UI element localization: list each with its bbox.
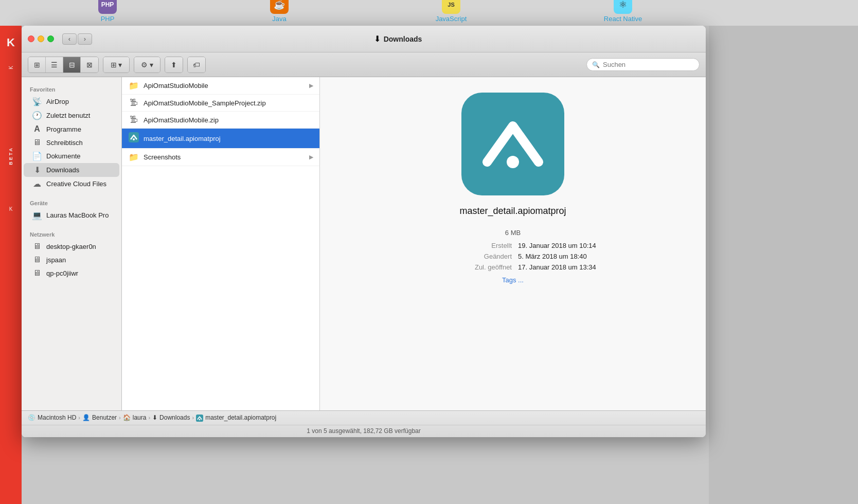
arrange-btn[interactable]: ⊞ ▾ xyxy=(103,57,129,73)
file-name-screenshots: Screenshots xyxy=(144,153,305,161)
sidebar-label-apps: Programme xyxy=(46,125,81,133)
zip-icon-2: 🗜 xyxy=(128,115,139,124)
sidebar-item-recents[interactable]: 🕐 Zuletzt benutzt xyxy=(24,109,119,122)
view-gallery-btn[interactable]: ⊠ xyxy=(81,57,98,73)
top-bar-java[interactable]: ☕ Java xyxy=(228,0,331,23)
sidebar-item-documents[interactable]: 📄 Dokumente xyxy=(24,149,119,163)
file-item-api-zip[interactable]: 🗜 ApiOmatStudioMobile.zip xyxy=(122,112,319,129)
sidebar-item-airdrop[interactable]: 📡 AirDrop xyxy=(24,95,119,109)
file-item-screenshots[interactable]: 📁 Screenshots ▶ xyxy=(122,149,319,166)
minimize-button[interactable] xyxy=(38,35,44,42)
network-desktop-icon: 🖥 xyxy=(32,242,42,251)
file-item-api-folder[interactable]: 📁 ApiOmatStudioMobile ▶ xyxy=(122,77,319,95)
sidebar-label-documents: Dokumente xyxy=(46,152,80,160)
breadcrumb-master-detail[interactable]: master_detail.apiomatproj xyxy=(196,414,276,422)
background-right xyxy=(709,26,858,504)
top-bar-php[interactable]: PHP PHP xyxy=(56,0,159,23)
sidebar-section-geraete: Geräte xyxy=(22,196,121,208)
view-list-btn[interactable]: ☰ xyxy=(46,57,63,73)
master-detail-bc-icon xyxy=(196,414,203,422)
close-button[interactable] xyxy=(28,35,34,42)
view-column-btn[interactable]: ⊟ xyxy=(63,57,81,73)
sidebar-section-favoriten: Favoriten xyxy=(22,82,121,95)
preview-app-icon-svg xyxy=(479,116,546,172)
arrange-group: ⊞ ▾ xyxy=(103,57,130,73)
file-name-master-detail: master_detail.apiomatproj xyxy=(144,135,313,142)
downloads-bc-icon: ⬇ xyxy=(152,414,157,421)
action-btn[interactable]: ⚙ ▾ xyxy=(134,57,160,73)
sidebar-item-qp-pc[interactable]: 🖥 qp-pc0jiiwr xyxy=(24,266,119,280)
hd-icon: 💿 xyxy=(28,414,35,421)
top-bar-javascript[interactable]: JS JavaScript xyxy=(400,0,503,23)
apps-icon: A xyxy=(32,124,42,134)
view-mode-group: ⊞ ☰ ⊟ ⊠ xyxy=(28,57,99,73)
status-bar: 1 von 5 ausgewählt, 182,72 GB verfügbar xyxy=(22,425,706,437)
forward-button[interactable]: › xyxy=(78,33,92,45)
share-btn[interactable]: ⬆ xyxy=(165,57,183,73)
title-bar: ‹ › ⬇ Downloads xyxy=(22,26,706,52)
breadcrumb-bar: 💿 Macintosh HD › 👤 Benutzer › 🏠 laura › … xyxy=(22,411,706,425)
file-item-api-sample-zip[interactable]: 🗜 ApiOmatStudioMobile_SampleProject.zip xyxy=(122,95,319,112)
view-icon-btn[interactable]: ⊞ xyxy=(28,57,46,73)
top-bar-react-native[interactable]: ⚛ React Native xyxy=(571,0,674,23)
breadcrumb-downloads[interactable]: ⬇ Downloads xyxy=(152,414,190,421)
breadcrumb-benutzer[interactable]: 👤 Benutzer xyxy=(82,414,117,421)
meta-row-modified: Geändert 5. März 2018 um 18:40 xyxy=(425,253,600,260)
title-download-icon: ⬇ xyxy=(374,34,381,44)
traffic-lights xyxy=(28,35,54,42)
sidebar-item-cc-files[interactable]: ☁ Creative Cloud Files xyxy=(24,177,119,191)
sidebar-item-desktop-gkaer0n[interactable]: 🖥 desktop-gkaer0n xyxy=(24,240,119,253)
finder-window: ‹ › ⬇ Downloads ⊞ ☰ ⊟ ⊠ ⊞ ▾ ⚙ ▾ ⬆ 🏷 🔍 xyxy=(22,26,706,437)
breadcrumb-laura[interactable]: 🏠 laura xyxy=(123,414,147,421)
sidebar-item-jspaan[interactable]: 🖥 jspaan xyxy=(24,253,119,266)
share-group: ⬆ xyxy=(165,57,183,73)
modified-value: 5. März 2018 um 18:40 xyxy=(518,253,600,260)
preview-filename: master_detail.apiomatproj xyxy=(459,206,566,217)
screenshots-folder-icon: 📁 xyxy=(128,152,139,162)
cc-files-icon: ☁ xyxy=(32,179,42,189)
svg-rect-3 xyxy=(196,415,203,422)
documents-icon: 📄 xyxy=(32,151,42,161)
bottom-bar: 💿 Macintosh HD › 👤 Benutzer › 🏠 laura › … xyxy=(22,410,706,437)
sidebar-label-recents: Zuletzt benutzt xyxy=(46,112,90,119)
back-button[interactable]: ‹ xyxy=(62,33,77,45)
tag-group: 🏷 xyxy=(187,57,206,73)
downloads-bc-label: Downloads xyxy=(159,414,190,421)
sidebar-item-desktop[interactable]: 🖥 Schreibtisch xyxy=(24,136,119,149)
sidebar-label-desktop: Schreibtisch xyxy=(46,139,83,147)
svg-point-1 xyxy=(133,138,135,140)
desktop-icon: 🖥 xyxy=(32,138,42,147)
created-label: Erstellt xyxy=(455,242,512,249)
file-name-api-zip: ApiOmatStudioMobile.zip xyxy=(144,116,313,124)
status-text: 1 von 5 ausgewählt, 182,72 GB verfügbar xyxy=(307,427,420,435)
sidebar-label-macbook: Lauras MacBook Pro xyxy=(46,211,109,219)
opened-value: 17. Januar 2018 um 13:34 xyxy=(518,263,600,271)
downloads-icon: ⬇ xyxy=(32,165,42,175)
zoom-button[interactable] xyxy=(47,35,54,42)
laura-icon: 🏠 xyxy=(123,414,131,421)
airdrop-icon: 📡 xyxy=(32,97,42,106)
content-area: Favoriten 📡 AirDrop 🕐 Zuletzt benutzt A … xyxy=(22,77,706,410)
file-list: 📁 ApiOmatStudioMobile ▶ 🗜 ApiOmatStudioM… xyxy=(122,77,320,410)
sidebar-item-apps[interactable]: A Programme xyxy=(24,122,119,136)
search-box[interactable]: 🔍 xyxy=(586,58,700,71)
breadcrumb-macintosh-hd[interactable]: 💿 Macintosh HD xyxy=(28,414,76,421)
sidebar-item-macbook[interactable]: 💻 Lauras MacBook Pro xyxy=(24,208,119,222)
sidebar: Favoriten 📡 AirDrop 🕐 Zuletzt benutzt A … xyxy=(22,77,122,410)
search-icon: 🔍 xyxy=(592,61,600,68)
sidebar-label-downloads: Downloads xyxy=(46,166,79,174)
hd-label: Macintosh HD xyxy=(38,414,76,421)
preview-area: master_detail.apiomatproj 6 MB Erstellt … xyxy=(320,77,706,410)
sidebar-section-netzwerk: Netzwerk xyxy=(22,227,121,240)
toolbar: ⊞ ☰ ⊟ ⊠ ⊞ ▾ ⚙ ▾ ⬆ 🏷 🔍 xyxy=(22,52,706,77)
sidebar-item-downloads[interactable]: ⬇ Downloads xyxy=(24,163,119,177)
tag-btn[interactable]: 🏷 xyxy=(188,57,205,73)
file-item-master-detail[interactable]: master_detail.apiomatproj xyxy=(122,129,319,149)
tags-link[interactable]: Tags ... xyxy=(425,276,600,284)
window-title-area: ⬇ Downloads xyxy=(96,34,700,44)
svg-point-4 xyxy=(199,419,201,420)
search-input[interactable] xyxy=(603,61,685,68)
created-value: 19. Januar 2018 um 10:14 xyxy=(518,242,600,249)
laura-label: laura xyxy=(133,414,147,421)
file-name-api-sample-zip: ApiOmatStudioMobile_SampleProject.zip xyxy=(144,99,313,107)
